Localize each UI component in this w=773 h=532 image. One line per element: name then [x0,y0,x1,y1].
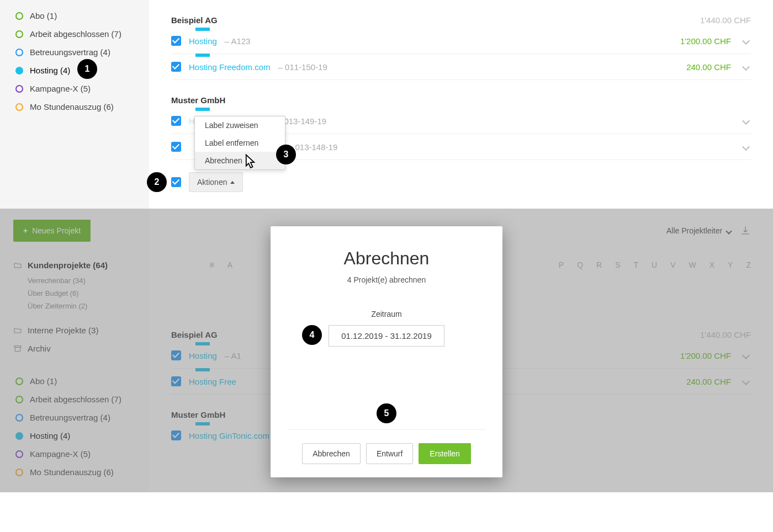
actions-button[interactable]: Aktionen [189,172,243,192]
chevron-down-icon[interactable] [742,117,750,125]
accent-bar [195,108,210,111]
menu-abrechnen[interactable]: Abrechnen [195,152,285,169]
sidebar: Abo (1) Arbeit abgeschlossen (7) Betreuu… [0,0,149,209]
actions-dropdown: Label zuweisen Label entfernen Abrechnen [194,116,285,170]
chevron-down-icon[interactable] [742,37,750,45]
group-title: Muster GmbH [171,95,225,105]
circle-icon [15,67,23,75]
checkbox-icon[interactable] [171,62,181,72]
label-filter-stundenauszug[interactable]: Mo Stundenauszug (6) [0,98,149,116]
step-badge-4: 4 [302,325,322,345]
accent-bar [195,54,210,57]
menu-label-zuweisen[interactable]: Label zuweisen [195,116,285,134]
chevron-down-icon[interactable] [742,63,750,71]
circle-icon [15,103,23,111]
circle-icon [15,85,23,93]
menu-label-entfernen[interactable]: Label entfernen [195,134,285,152]
label-filter-abo[interactable]: Abo (1) [0,7,149,25]
project-row[interactable]: Hosting – A123 1'200.00 CHF [171,28,751,54]
step-badge-1: 1 [77,59,97,79]
label-text: Mo Stundenauszug (6) [30,102,114,111]
label-text: Arbeit abgeschlossen (7) [30,29,121,39]
label-filter-arbeit[interactable]: Arbeit abgeschlossen (7) [0,25,149,43]
checkbox-icon[interactable] [171,36,181,46]
group-total: 1'440.00 CHF [700,15,751,25]
label-filter-kampagne[interactable]: Kampagne-X (5) [0,79,149,98]
cancel-button[interactable]: Abbrechen [302,443,361,464]
circle-icon [15,49,23,56]
modal-title: Abrechnen [287,248,486,269]
project-price: 1'200.00 CHF [680,36,731,46]
checkbox-icon[interactable] [171,116,181,126]
label-filter-betreuung[interactable]: Betreuungsvertrag (4) [0,43,149,61]
project-code: – A123 [225,36,251,46]
step-badge-2: 2 [147,172,167,192]
create-button[interactable]: Erstellen [419,443,470,464]
chevron-up-icon [230,181,235,184]
label-text: Betreuungsvertrag (4) [30,47,110,57]
project-code: – 011-150-19 [278,62,327,72]
project-price: 240.00 CHF [686,62,731,72]
field-label-zeitraum: Zeitraum [287,310,486,318]
label-text: Abo (1) [30,11,57,20]
checkbox-select-all[interactable] [171,177,181,187]
step-badge-3: 3 [276,145,296,164]
chevron-down-icon[interactable] [742,143,750,151]
project-list: Beispiel AG 1'440.00 CHF Hosting – A123 … [149,0,773,209]
date-range-input[interactable] [329,325,444,347]
group-title: Beispiel AG [171,15,218,25]
project-link[interactable]: Hosting [189,36,217,46]
circle-icon [15,30,23,38]
label-filter-hosting[interactable]: Hosting (4) 1 [0,61,149,79]
draft-button[interactable]: Entwurf [366,443,413,464]
checkbox-icon[interactable] [171,142,181,152]
accent-bar [195,28,210,31]
label-text: Hosting (4) [30,66,70,75]
step-badge-5: 5 [377,403,396,423]
project-code: – 013-148-19 [288,142,337,152]
label-text: Kampagne-X (5) [30,84,91,93]
project-row[interactable]: Hosting Freedom.com – 011-150-19 240.00 … [171,54,751,80]
project-link[interactable]: Hosting Freedom.com [189,62,271,72]
modal-subtitle: 4 Projekt(e) abrechnen [287,275,486,284]
actions-label: Aktionen [197,178,227,187]
circle-icon [15,12,23,20]
abrechnen-modal: Abrechnen 4 Projekt(e) abrechnen Zeitrau… [271,226,502,477]
